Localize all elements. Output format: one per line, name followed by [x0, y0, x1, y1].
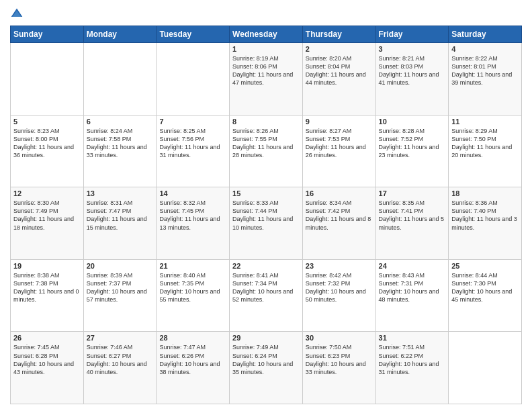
- day-number: 10: [379, 118, 446, 126]
- day-info: Sunrise: 8:35 AMSunset: 7:41 PMDaylight:…: [379, 199, 446, 232]
- day-number: 19: [13, 262, 81, 270]
- day-number: 7: [159, 118, 226, 126]
- calendar-cell: 3Sunrise: 8:21 AMSunset: 8:03 PMDaylight…: [375, 43, 449, 116]
- day-number: 11: [451, 118, 519, 126]
- day-number: 1: [232, 45, 300, 53]
- day-number: 2: [306, 45, 373, 53]
- logo-icon: [10, 7, 24, 20]
- calendar-cell: 6Sunrise: 8:24 AMSunset: 7:58 PMDaylight…: [83, 115, 157, 187]
- calendar-cell: [449, 332, 522, 404]
- page: SundayMondayTuesdayWednesdayThursdayFrid…: [0, 0, 532, 411]
- day-info: Sunrise: 8:21 AMSunset: 8:03 PMDaylight:…: [379, 54, 446, 87]
- weekday-saturday: Saturday: [449, 26, 522, 43]
- day-number: 16: [306, 189, 373, 197]
- day-number: 18: [451, 189, 519, 197]
- calendar-cell: 20Sunrise: 8:39 AMSunset: 7:37 PMDayligh…: [83, 259, 157, 332]
- calendar-cell: [157, 43, 230, 116]
- day-info: Sunrise: 8:33 AMSunset: 7:44 PMDaylight:…: [232, 199, 300, 232]
- calendar-cell: 15Sunrise: 8:33 AMSunset: 7:44 PMDayligh…: [230, 187, 303, 260]
- day-number: 22: [232, 262, 300, 270]
- day-number: 6: [87, 118, 154, 126]
- calendar-cell: 18Sunrise: 8:36 AMSunset: 7:40 PMDayligh…: [449, 187, 522, 260]
- day-info: Sunrise: 7:51 AMSunset: 6:22 PMDaylight:…: [379, 343, 446, 376]
- logo: [10, 7, 26, 20]
- calendar-cell: 17Sunrise: 8:35 AMSunset: 7:41 PMDayligh…: [375, 187, 449, 260]
- day-info: Sunrise: 8:44 AMSunset: 7:30 PMDaylight:…: [451, 271, 519, 304]
- day-info: Sunrise: 8:34 AMSunset: 7:42 PMDaylight:…: [306, 199, 373, 232]
- calendar-cell: 5Sunrise: 8:23 AMSunset: 8:00 PMDaylight…: [11, 115, 84, 187]
- day-number: 24: [379, 262, 446, 270]
- calendar-cell: 7Sunrise: 8:25 AMSunset: 7:56 PMDaylight…: [157, 115, 230, 187]
- day-info: Sunrise: 8:27 AMSunset: 7:53 PMDaylight:…: [306, 127, 373, 160]
- day-info: Sunrise: 8:41 AMSunset: 7:34 PMDaylight:…: [232, 271, 300, 304]
- day-info: Sunrise: 7:49 AMSunset: 6:24 PMDaylight:…: [232, 343, 300, 376]
- day-info: Sunrise: 8:20 AMSunset: 8:04 PMDaylight:…: [306, 54, 373, 87]
- day-number: 8: [232, 118, 300, 126]
- calendar-cell: 16Sunrise: 8:34 AMSunset: 7:42 PMDayligh…: [302, 187, 375, 260]
- calendar-cell: 21Sunrise: 8:40 AMSunset: 7:35 PMDayligh…: [157, 259, 230, 332]
- day-number: 9: [306, 118, 373, 126]
- calendar-cell: 14Sunrise: 8:32 AMSunset: 7:45 PMDayligh…: [157, 187, 230, 260]
- calendar-cell: 30Sunrise: 7:50 AMSunset: 6:23 PMDayligh…: [302, 332, 375, 404]
- calendar-cell: 27Sunrise: 7:46 AMSunset: 6:27 PMDayligh…: [83, 332, 157, 404]
- day-info: Sunrise: 8:29 AMSunset: 7:50 PMDaylight:…: [451, 127, 519, 160]
- calendar-cell: 11Sunrise: 8:29 AMSunset: 7:50 PMDayligh…: [449, 115, 522, 187]
- weekday-thursday: Thursday: [302, 26, 375, 43]
- header: [10, 7, 522, 20]
- day-number: 29: [232, 334, 300, 342]
- calendar-cell: 19Sunrise: 8:38 AMSunset: 7:38 PMDayligh…: [11, 259, 84, 332]
- day-number: 25: [451, 262, 519, 270]
- calendar-cell: 4Sunrise: 8:22 AMSunset: 8:01 PMDaylight…: [449, 43, 522, 116]
- day-number: 5: [13, 118, 81, 126]
- week-row-4: 26Sunrise: 7:45 AMSunset: 6:28 PMDayligh…: [11, 332, 522, 404]
- calendar-cell: 2Sunrise: 8:20 AMSunset: 8:04 PMDaylight…: [302, 43, 375, 116]
- day-number: 26: [13, 334, 81, 342]
- calendar-cell: [83, 43, 157, 116]
- day-number: 15: [232, 189, 300, 197]
- day-info: Sunrise: 8:39 AMSunset: 7:37 PMDaylight:…: [87, 271, 154, 304]
- weekday-wednesday: Wednesday: [230, 26, 303, 43]
- week-row-3: 19Sunrise: 8:38 AMSunset: 7:38 PMDayligh…: [11, 259, 522, 332]
- day-number: 12: [13, 189, 81, 197]
- week-row-2: 12Sunrise: 8:30 AMSunset: 7:49 PMDayligh…: [11, 187, 522, 260]
- calendar-cell: 13Sunrise: 8:31 AMSunset: 7:47 PMDayligh…: [83, 187, 157, 260]
- day-info: Sunrise: 8:36 AMSunset: 7:40 PMDaylight:…: [451, 199, 519, 232]
- day-number: 30: [306, 334, 373, 342]
- day-number: 20: [87, 262, 154, 270]
- day-info: Sunrise: 7:47 AMSunset: 6:26 PMDaylight:…: [159, 343, 226, 376]
- day-info: Sunrise: 8:38 AMSunset: 7:38 PMDaylight:…: [13, 271, 81, 304]
- day-info: Sunrise: 8:43 AMSunset: 7:31 PMDaylight:…: [379, 271, 446, 304]
- weekday-monday: Monday: [83, 26, 157, 43]
- day-info: Sunrise: 8:42 AMSunset: 7:32 PMDaylight:…: [306, 271, 373, 304]
- weekday-friday: Friday: [375, 26, 449, 43]
- calendar-body: 1Sunrise: 8:19 AMSunset: 8:06 PMDaylight…: [11, 43, 522, 404]
- day-info: Sunrise: 7:50 AMSunset: 6:23 PMDaylight:…: [306, 343, 373, 376]
- day-number: 23: [306, 262, 373, 270]
- day-info: Sunrise: 8:32 AMSunset: 7:45 PMDaylight:…: [159, 199, 226, 232]
- day-number: 17: [379, 189, 446, 197]
- calendar-cell: 26Sunrise: 7:45 AMSunset: 6:28 PMDayligh…: [11, 332, 84, 404]
- day-info: Sunrise: 8:22 AMSunset: 8:01 PMDaylight:…: [451, 54, 519, 87]
- week-row-0: 1Sunrise: 8:19 AMSunset: 8:06 PMDaylight…: [11, 43, 522, 116]
- calendar-cell: 25Sunrise: 8:44 AMSunset: 7:30 PMDayligh…: [449, 259, 522, 332]
- calendar-cell: 8Sunrise: 8:26 AMSunset: 7:55 PMDaylight…: [230, 115, 303, 187]
- day-number: 28: [159, 334, 226, 342]
- day-info: Sunrise: 8:40 AMSunset: 7:35 PMDaylight:…: [159, 271, 226, 304]
- day-number: 21: [159, 262, 226, 270]
- calendar-cell: 10Sunrise: 8:28 AMSunset: 7:52 PMDayligh…: [375, 115, 449, 187]
- weekday-sunday: Sunday: [11, 26, 84, 43]
- day-info: Sunrise: 8:23 AMSunset: 8:00 PMDaylight:…: [13, 127, 81, 160]
- calendar-cell: 9Sunrise: 8:27 AMSunset: 7:53 PMDaylight…: [302, 115, 375, 187]
- day-info: Sunrise: 7:46 AMSunset: 6:27 PMDaylight:…: [87, 343, 154, 376]
- calendar-cell: 24Sunrise: 8:43 AMSunset: 7:31 PMDayligh…: [375, 259, 449, 332]
- week-row-1: 5Sunrise: 8:23 AMSunset: 8:00 PMDaylight…: [11, 115, 522, 187]
- day-number: 3: [379, 45, 446, 53]
- day-info: Sunrise: 8:26 AMSunset: 7:55 PMDaylight:…: [232, 127, 300, 160]
- calendar-cell: 29Sunrise: 7:49 AMSunset: 6:24 PMDayligh…: [230, 332, 303, 404]
- day-info: Sunrise: 7:45 AMSunset: 6:28 PMDaylight:…: [13, 343, 81, 376]
- day-number: 31: [379, 334, 446, 342]
- day-info: Sunrise: 8:24 AMSunset: 7:58 PMDaylight:…: [87, 127, 154, 160]
- weekday-header-row: SundayMondayTuesdayWednesdayThursdayFrid…: [11, 26, 522, 43]
- calendar-cell: 12Sunrise: 8:30 AMSunset: 7:49 PMDayligh…: [11, 187, 84, 260]
- day-info: Sunrise: 8:25 AMSunset: 7:56 PMDaylight:…: [159, 127, 226, 160]
